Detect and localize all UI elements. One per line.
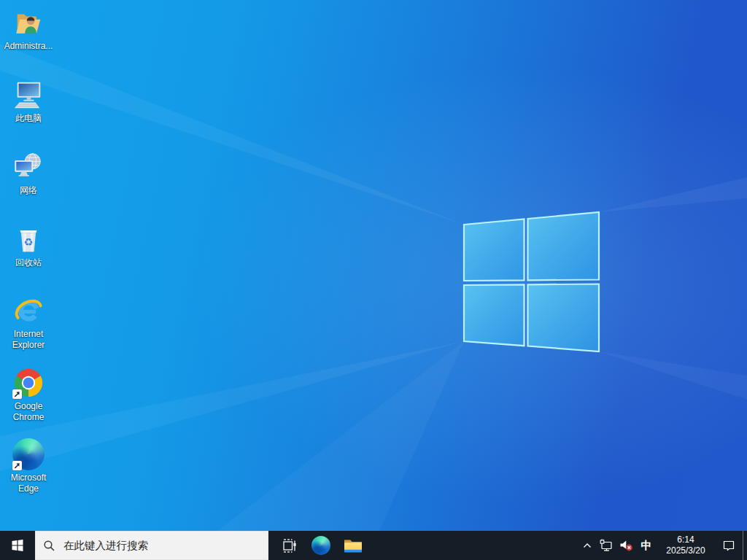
desktop-icon-label: 回收站 bbox=[15, 257, 42, 268]
volume-tray-button[interactable] bbox=[616, 531, 636, 560]
desktop-icon-google-chrome[interactable]: Google Chrome bbox=[1, 366, 55, 424]
svg-text:♻: ♻ bbox=[24, 236, 34, 248]
taskbar-search-box[interactable] bbox=[35, 531, 268, 560]
show-desktop-strip[interactable] bbox=[743, 531, 747, 560]
start-button[interactable] bbox=[0, 531, 35, 560]
system-tray: 中 6:14 2025/3/20 bbox=[578, 531, 747, 560]
task-view-button[interactable] bbox=[273, 531, 305, 560]
desktop-icon-label: Microsoft Edge bbox=[1, 472, 55, 495]
ethernet-network-icon bbox=[600, 539, 613, 552]
desktop-icon-internet-explorer[interactable]: Internet Explorer bbox=[1, 294, 55, 351]
desktop-icon-label: Administra... bbox=[4, 41, 53, 52]
desktop-icon-label: 网络 bbox=[20, 185, 37, 196]
taskbar-clock[interactable]: 6:14 2025/3/20 bbox=[657, 534, 715, 556]
wallpaper-light-beams bbox=[0, 0, 747, 531]
internet-explorer-icon bbox=[12, 294, 45, 327]
desktop-wallpaper: Administra... 此电脑 bbox=[0, 0, 747, 531]
action-center-button[interactable] bbox=[715, 531, 743, 560]
user-folder-icon bbox=[12, 6, 45, 39]
desktop-icon-administrator[interactable]: Administra... bbox=[1, 6, 55, 52]
desktop-icon-this-pc[interactable]: 此电脑 bbox=[1, 78, 55, 124]
file-explorer-icon bbox=[344, 537, 363, 554]
taskbar: 中 6:14 2025/3/20 bbox=[0, 531, 747, 560]
search-icon bbox=[43, 540, 55, 552]
network-icon bbox=[12, 150, 45, 184]
computer-icon bbox=[12, 78, 45, 112]
microsoft-edge-icon bbox=[311, 536, 330, 555]
show-hidden-icons-button[interactable] bbox=[578, 531, 596, 560]
clock-date: 2025/3/20 bbox=[659, 545, 713, 556]
action-center-icon bbox=[722, 539, 735, 552]
desktop-icon-label: Google Chrome bbox=[1, 401, 55, 424]
shortcut-arrow-icon bbox=[12, 461, 22, 470]
chevron-up-icon bbox=[582, 540, 592, 551]
desktop-icon-label: Internet Explorer bbox=[1, 329, 55, 351]
shortcut-arrow-icon bbox=[12, 389, 22, 399]
microsoft-edge-icon bbox=[12, 438, 45, 471]
recycle-bin-icon: ♻ bbox=[12, 222, 45, 256]
desktop-icon-recycle-bin[interactable]: ♻ 回收站 bbox=[1, 222, 55, 268]
volume-muted-icon bbox=[619, 539, 633, 552]
desktop-icon-label: 此电脑 bbox=[15, 113, 42, 124]
desktop-icon-microsoft-edge[interactable]: Microsoft Edge bbox=[1, 438, 55, 495]
taskbar-file-explorer-button[interactable] bbox=[337, 531, 369, 560]
search-input[interactable] bbox=[62, 539, 247, 552]
google-chrome-icon bbox=[12, 366, 45, 400]
desktop-icon-network[interactable]: 网络 bbox=[1, 150, 55, 196]
taskbar-edge-button[interactable] bbox=[305, 531, 337, 560]
task-view-icon bbox=[282, 538, 297, 553]
clock-time: 6:14 bbox=[659, 534, 713, 545]
network-tray-button[interactable] bbox=[596, 531, 616, 560]
windows-logo-wallpaper bbox=[0, 0, 747, 531]
ime-indicator[interactable]: 中 bbox=[636, 539, 657, 553]
windows-start-icon bbox=[11, 539, 24, 552]
